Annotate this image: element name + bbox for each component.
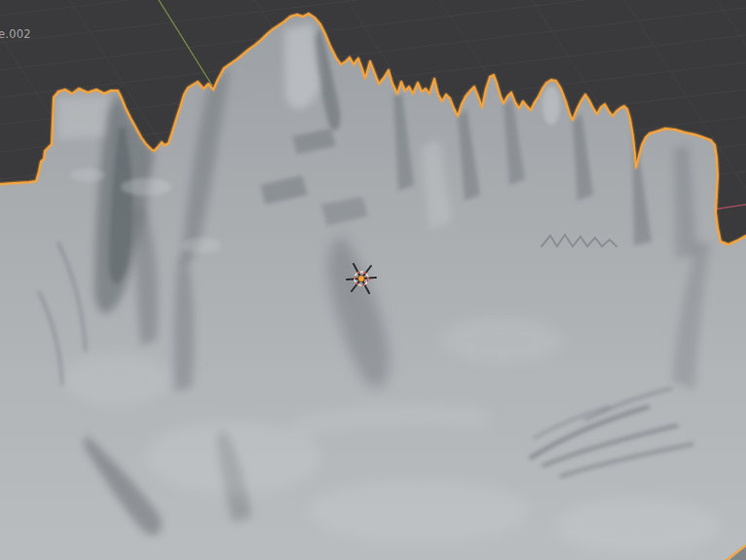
object-origin-dot [358, 276, 365, 282]
object-name-label: e.002 [0, 27, 31, 41]
viewport-canvas[interactable] [0, 0, 746, 560]
3d-viewport[interactable]: e.002 [0, 0, 746, 560]
